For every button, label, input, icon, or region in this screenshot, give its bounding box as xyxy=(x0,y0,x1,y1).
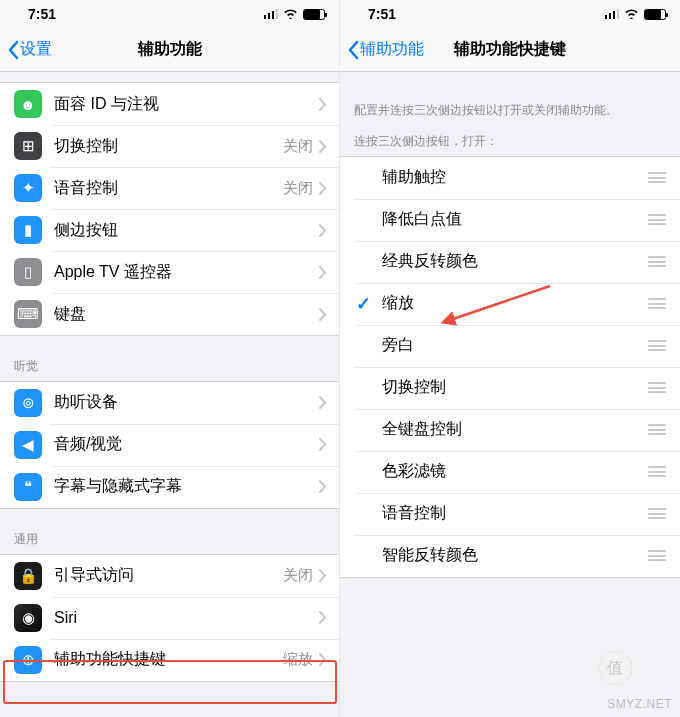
wifi-icon xyxy=(283,7,298,22)
chevron-right-icon xyxy=(319,569,327,582)
back-button[interactable]: 设置 xyxy=(0,39,52,60)
option-label: 旁白 xyxy=(382,335,648,356)
back-button[interactable]: 辅助功能 xyxy=(340,39,424,60)
shortcut-option[interactable]: 色彩滤镜 xyxy=(340,451,680,493)
shortcut-option[interactable]: 经典反转颜色 xyxy=(340,241,680,283)
intro-text: 配置并连按三次侧边按钮以打开或关闭辅助功能。 xyxy=(340,72,680,125)
status-bar: 7:51 xyxy=(340,0,680,28)
row-label: 语音控制 xyxy=(54,178,283,199)
switch-control-icon: ⊞ xyxy=(14,132,42,160)
battery-icon xyxy=(303,9,325,20)
row-label: 字幕与隐藏式字幕 xyxy=(54,476,319,497)
settings-row[interactable]: ⊚助听设备 xyxy=(0,382,339,424)
settings-row[interactable]: ◀音频/视觉 xyxy=(0,424,339,466)
phone-right: 7:51 辅助功能 辅助功能快捷键 配置并连按三次侧边按钮以打开或关闭辅助功能。… xyxy=(340,0,680,717)
nav-bar: 设置 辅助功能 xyxy=(0,28,339,72)
shortcut-option[interactable]: 智能反转颜色 xyxy=(340,535,680,577)
row-value: 缩放 xyxy=(283,650,313,669)
watermark-badge: 值 xyxy=(598,651,632,685)
battery-icon xyxy=(644,9,666,20)
reorder-handle-icon[interactable] xyxy=(648,550,666,561)
row-value: 关闭 xyxy=(283,179,313,198)
settings-row[interactable]: ❝字幕与隐藏式字幕 xyxy=(0,466,339,508)
signal-icon xyxy=(264,9,279,19)
chevron-right-icon xyxy=(319,140,327,153)
row-label: 侧边按钮 xyxy=(54,220,319,241)
row-label: 面容 ID 与注视 xyxy=(54,94,319,115)
option-label: 辅助触控 xyxy=(382,167,648,188)
reorder-handle-icon[interactable] xyxy=(648,298,666,309)
appletv-remote-icon: ▯ xyxy=(14,258,42,286)
settings-row[interactable]: ☻面容 ID 与注视 xyxy=(0,83,339,125)
shortcut-icon: ⊕ xyxy=(14,646,42,674)
back-label: 设置 xyxy=(20,39,52,60)
reorder-handle-icon[interactable] xyxy=(648,508,666,519)
row-label: Apple TV 遥控器 xyxy=(54,262,319,283)
reorder-handle-icon[interactable] xyxy=(648,214,666,225)
shortcut-option[interactable]: 辅助触控 xyxy=(340,157,680,199)
subtitles-icon: ❝ xyxy=(14,473,42,501)
phone-left: 7:51 设置 辅助功能 ☻面容 ID 与注视⊞切换控制关闭✦语音控制关闭▮侧边… xyxy=(0,0,340,717)
settings-row[interactable]: ✦语音控制关闭 xyxy=(0,167,339,209)
chevron-right-icon xyxy=(319,653,327,666)
row-value: 关闭 xyxy=(283,137,313,156)
chevron-right-icon xyxy=(319,611,327,624)
settings-row[interactable]: ▮侧边按钮 xyxy=(0,209,339,251)
section-header: 通用 xyxy=(0,509,339,554)
settings-row[interactable]: ⊕辅助功能快捷键缩放 xyxy=(0,639,339,681)
shortcut-option[interactable]: 旁白 xyxy=(340,325,680,367)
settings-row[interactable]: 🔒引导式访问关闭 xyxy=(0,555,339,597)
side-button-icon: ▮ xyxy=(14,216,42,244)
chevron-right-icon xyxy=(319,98,327,111)
reorder-handle-icon[interactable] xyxy=(648,340,666,351)
option-label: 语音控制 xyxy=(382,503,648,524)
chevron-right-icon xyxy=(319,438,327,451)
option-label: 切换控制 xyxy=(382,377,648,398)
siri-icon: ◉ xyxy=(14,604,42,632)
row-label: Siri xyxy=(54,609,319,627)
option-label: 降低白点值 xyxy=(382,209,648,230)
row-label: 键盘 xyxy=(54,304,319,325)
wifi-icon xyxy=(624,7,639,22)
reorder-handle-icon[interactable] xyxy=(648,424,666,435)
status-time: 7:51 xyxy=(28,6,56,22)
chevron-right-icon xyxy=(319,266,327,279)
row-label: 助听设备 xyxy=(54,392,319,413)
reorder-handle-icon[interactable] xyxy=(648,172,666,183)
settings-row[interactable]: ◉Siri xyxy=(0,597,339,639)
row-value: 关闭 xyxy=(283,566,313,585)
back-label: 辅助功能 xyxy=(360,39,424,60)
status-time: 7:51 xyxy=(368,6,396,22)
reorder-handle-icon[interactable] xyxy=(648,256,666,267)
hearing-icon: ⊚ xyxy=(14,389,42,417)
chevron-right-icon xyxy=(319,182,327,195)
reorder-handle-icon[interactable] xyxy=(648,466,666,477)
audio-visual-icon: ◀ xyxy=(14,431,42,459)
keyboard-icon: ⌨ xyxy=(14,300,42,328)
row-label: 切换控制 xyxy=(54,136,283,157)
option-label: 经典反转颜色 xyxy=(382,251,648,272)
settings-row[interactable]: ▯Apple TV 遥控器 xyxy=(0,251,339,293)
face-id-icon: ☻ xyxy=(14,90,42,118)
nav-bar: 辅助功能 辅助功能快捷键 xyxy=(340,28,680,72)
guided-access-icon: 🔒 xyxy=(14,562,42,590)
shortcut-option[interactable]: 语音控制 xyxy=(340,493,680,535)
shortcut-option[interactable]: 全键盘控制 xyxy=(340,409,680,451)
watermark-text: SMYZ.NET xyxy=(607,697,672,711)
status-bar: 7:51 xyxy=(0,0,339,28)
checkmark-icon: ✓ xyxy=(350,293,376,315)
settings-row[interactable]: ⌨键盘 xyxy=(0,293,339,335)
settings-row[interactable]: ⊞切换控制关闭 xyxy=(0,125,339,167)
row-label: 引导式访问 xyxy=(54,565,283,586)
signal-icon xyxy=(605,9,620,19)
chevron-right-icon xyxy=(319,308,327,321)
shortcut-option[interactable]: 切换控制 xyxy=(340,367,680,409)
voice-control-icon: ✦ xyxy=(14,174,42,202)
row-label: 音频/视觉 xyxy=(54,434,319,455)
section-header: 连按三次侧边按钮，打开： xyxy=(340,125,680,156)
row-label: 辅助功能快捷键 xyxy=(54,649,283,670)
option-label: 智能反转颜色 xyxy=(382,545,648,566)
shortcut-option[interactable]: ✓缩放 xyxy=(340,283,680,325)
shortcut-option[interactable]: 降低白点值 xyxy=(340,199,680,241)
reorder-handle-icon[interactable] xyxy=(648,382,666,393)
